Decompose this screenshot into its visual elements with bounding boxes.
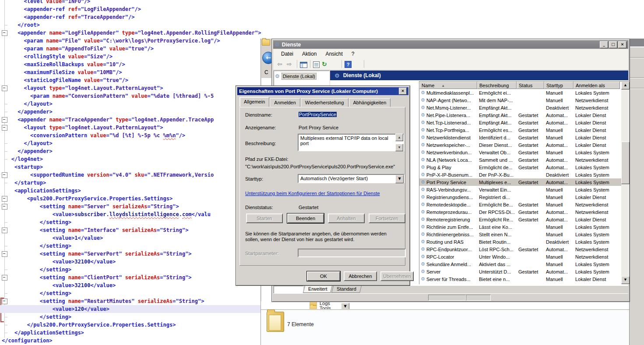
service-row[interactable]: ⚙Net.Msmq-Listener...Empfängt Akt...Deak…	[419, 104, 621, 111]
service-row-selected[interactable]: ⚙Port Proxy ServiceMultiplexes e...Gesta…	[419, 178, 621, 186]
help-icon[interactable]	[345, 61, 352, 68]
fold-toggle-icon[interactable]	[2, 30, 7, 36]
startparameter-input[interactable]	[298, 249, 406, 257]
service-row[interactable]: ⚙Sekundäre Anmeld...Aktiviert das ...Man…	[419, 260, 621, 268]
fold-toggle-icon[interactable]	[2, 172, 7, 178]
startoptions-help-link[interactable]: Unterstützung beim Konfigurieren der Sta…	[245, 191, 380, 196]
service-row[interactable]: ⚙NAP-Agent (Netwo...Mit dem NAP-...Manue…	[419, 96, 621, 104]
dienstname-value[interactable]: PortProxyService	[299, 112, 337, 117]
service-row[interactable]: ⚙Net.Pipe-Listenera...Empfängt Akt...Ges…	[419, 111, 621, 119]
back-icon[interactable]	[277, 60, 285, 68]
scroll-down-icon[interactable]: ▼	[621, 276, 630, 284]
starttyp-select[interactable]: Automatisch (Verzögerter Start) ▼	[298, 174, 405, 183]
close-icon[interactable]: ×	[618, 41, 626, 48]
anhalten-button[interactable]: Anhalten	[328, 213, 365, 223]
service-row[interactable]: ⚙RPC-LocatorUnter Windo...ManuellNetzwer…	[419, 253, 621, 260]
service-row[interactable]: ⚙Net.Tcp-Listenerad...Empfängt Akt...Ges…	[419, 119, 621, 126]
startparameter-hint: Sie können die Startparameter angeben, d…	[245, 231, 401, 242]
scrollbar[interactable]: ▲ ▼	[621, 82, 629, 284]
fold-toggle-icon[interactable]	[2, 204, 7, 210]
cell-text: RAS-Verbindungsv...	[426, 187, 471, 192]
fold-tick	[4, 222, 7, 223]
column-header-status[interactable]: Status	[517, 82, 544, 89]
service-row[interactable]: ⚙NLA (Network Loca...Sammelt und ...Gest…	[419, 156, 621, 164]
starten-button[interactable]: Starten	[246, 213, 283, 223]
fold-toggle-icon[interactable]	[2, 125, 7, 131]
service-row[interactable]: ⚙Routing und RASBietet Routin...Deaktivi…	[419, 238, 621, 245]
view-tab-erweitert[interactable]: Erweitert	[303, 286, 332, 293]
service-row[interactable]: ⚙Plug & PlayErmöglicht de...GestartetAut…	[419, 164, 621, 171]
ok-button[interactable]: OK	[307, 271, 340, 281]
show-tree-icon[interactable]	[300, 62, 307, 68]
menu-help[interactable]: ?	[347, 50, 359, 58]
uebernehmen-button[interactable]: Übernehmen	[380, 271, 414, 281]
service-row[interactable]: ⚙RemoteregistrierungErmöglicht Re...Gest…	[419, 216, 621, 223]
service-row[interactable]: ⚙Net.Tcp-Portfreiga...Ermöglicht es...Ge…	[419, 126, 621, 134]
menu-ansicht[interactable]: Ansicht	[321, 50, 347, 58]
tab-anmelden[interactable]: Anmelden	[270, 98, 300, 107]
service-row[interactable]: ⚙RPC-Endpunktzuor...Löst RPC-Sch...Gesta…	[419, 245, 621, 253]
service-row[interactable]: ⚙Server für Threads...Bietet eine n...Ma…	[419, 275, 621, 283]
service-row[interactable]: ⚙Remotedesktopdie...Ermöglicht Be...Gest…	[419, 201, 621, 208]
chevron-down-icon[interactable]: ▼	[395, 175, 404, 183]
menu-aktion[interactable]: Aktion	[298, 50, 321, 58]
extended-view-icon[interactable]	[353, 60, 361, 68]
scroll-up-icon[interactable]: ▲	[395, 134, 403, 141]
fold-toggle-icon[interactable]	[2, 275, 7, 281]
column-header-starttyp[interactable]: Starttyp	[544, 82, 574, 89]
fortsetzen-button[interactable]: Fortsetzen	[369, 213, 405, 223]
services-window-titlebar[interactable]: ⚙ Dienste _ □ ×	[273, 40, 628, 49]
export-list-icon[interactable]	[331, 60, 339, 68]
fold-toggle-icon[interactable]	[2, 299, 7, 304]
forward-icon[interactable]	[286, 60, 294, 68]
restart-service-icon[interactable]	[396, 60, 404, 68]
service-row[interactable]: ⚙Netzwerkverbindun...Verwaltet Ob...Gest…	[419, 149, 621, 156]
fold-toggle-icon[interactable]	[2, 251, 7, 257]
scroll-down-icon[interactable]: ▼	[395, 144, 403, 151]
start-service-icon[interactable]	[367, 60, 375, 68]
close-icon[interactable]: ×	[399, 88, 407, 95]
column-header-beschreibung[interactable]: Beschreibung	[477, 82, 517, 89]
fold-toggle-icon[interactable]	[2, 117, 7, 123]
stop-service-icon[interactable]	[377, 60, 384, 68]
service-row[interactable]: ⚙ServerUnterstützt D...GestartetAutomat.…	[419, 268, 621, 275]
service-row[interactable]: ⚙Netzwerkspeicher-...Dieser Dienst...Ges…	[419, 141, 621, 149]
beschreibung-field[interactable]: Multiplexes external TCP/IP data on loca…	[298, 134, 404, 151]
abbrechen-button[interactable]: Abbrechen	[344, 271, 377, 281]
dialog-titlebar[interactable]: Eigenschaften von Port Proxy Service (Lo…	[237, 87, 408, 95]
service-row[interactable]: ⚙Richtlinie zum Entfe...Lässt eine Ko...…	[419, 223, 621, 231]
properties-icon[interactable]	[313, 61, 320, 68]
tab-page-allgemein: Dienstname: PortProxyService Anzeigename…	[239, 107, 405, 266]
cell-text: Lokaler Dienst	[575, 142, 606, 148]
fold-toggle-icon[interactable]	[2, 228, 7, 233]
code-line: </log4net>	[0, 155, 260, 163]
maximize-icon[interactable]: □	[609, 41, 617, 48]
service-row[interactable]: ⚙Multimediaklassenpl...Ermöglicht ei...M…	[419, 89, 621, 96]
minimize-icon[interactable]: _	[600, 41, 608, 48]
code-line: </setting>	[0, 289, 260, 297]
service-row[interactable]: ⚙Remoteprozedurau...Der RPCSS-Di...Gesta…	[419, 208, 621, 216]
service-row[interactable]: ⚙Registrierungsdiens...Registriert di...…	[419, 193, 621, 201]
fold-toggle-icon[interactable]	[2, 196, 7, 202]
fold-toggle-icon[interactable]	[2, 85, 7, 91]
cell-text: Lokales System	[575, 165, 609, 170]
cell-text: Lokales System	[575, 172, 609, 178]
service-row[interactable]: ⚙NetzwerklistendienstIdentifiziert d...G…	[419, 134, 621, 141]
refresh-icon[interactable]	[321, 60, 329, 68]
service-row[interactable]: ⚙Richtlinienergebniss...Stellt einen N..…	[419, 231, 621, 238]
service-row[interactable]: ⚙RAS-Verbindungsv...Verwaltet Ein...Manu…	[419, 186, 621, 193]
menu-datei[interactable]: Datei	[277, 50, 298, 58]
scrollbar-thumb[interactable]	[621, 142, 630, 184]
tree-item-dienste-lokal[interactable]: ⚙ Dienste (Lokal)	[275, 73, 328, 80]
tab-allgemein[interactable]: Allgemein	[239, 97, 269, 107]
scroll-up-icon[interactable]: ▲	[621, 82, 630, 89]
view-tab-standard[interactable]: Standard	[331, 286, 362, 293]
tab-abhngigkeiten[interactable]: Abhängigkeiten	[349, 98, 391, 107]
beenden-button[interactable]: Beenden	[287, 213, 324, 223]
service-row[interactable]: ⚙PnP-X-IP-Busenum...Der PnP-X-Bu...Deakt…	[419, 171, 621, 178]
column-header-anmelden-als[interactable]: Anmelden als	[574, 82, 620, 89]
column-header-name[interactable]: Name▲	[419, 82, 477, 89]
tab-wiederherstellung[interactable]: Wiederherstellung	[301, 98, 348, 107]
pause-service-icon[interactable]	[386, 60, 394, 68]
service-gear-icon: ⚙	[421, 239, 425, 244]
